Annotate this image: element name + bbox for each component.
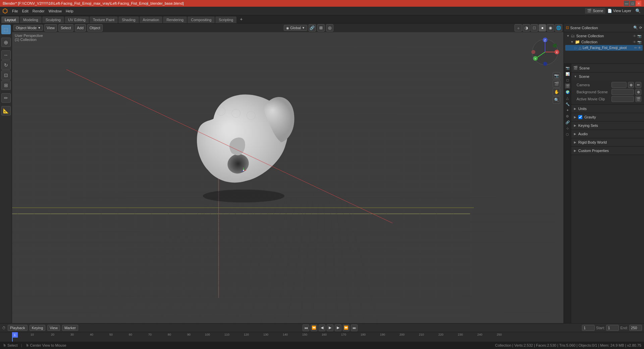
move-tool-button[interactable]: ↔ xyxy=(1,50,11,60)
zoom-tool-button[interactable]: 🔍 xyxy=(553,96,560,104)
snap-button[interactable]: ⊞ xyxy=(317,24,325,32)
prop-icon-object[interactable]: △ xyxy=(565,95,570,101)
scale-tool-button[interactable]: ⊡ xyxy=(1,70,11,80)
viewport-3d[interactable]: Object Mode ▼ View Select Add Object ◉ G… xyxy=(12,23,564,331)
active-workspace-scene[interactable]: 🎬 Scene xyxy=(585,8,605,14)
tab-sculpting[interactable]: Sculpting xyxy=(42,16,64,23)
jump-end-button[interactable]: ⏭ xyxy=(351,325,358,331)
view-camera-button[interactable]: 📷 xyxy=(553,72,560,80)
tab-modeling[interactable]: Modeling xyxy=(20,16,42,23)
tab-uv-editing[interactable]: UV Editing xyxy=(65,16,89,23)
step-forward-button[interactable]: ▶ xyxy=(335,325,341,331)
outliner-mesh-object[interactable]: ▷ △ Left_Facing_Fist_Emoji_pivot ✏ 👁 xyxy=(565,45,643,51)
object-mode-dropdown[interactable]: Object Mode ▼ xyxy=(13,25,43,31)
shading-solid[interactable]: ● xyxy=(539,24,546,32)
maximize-button[interactable]: □ xyxy=(630,1,635,6)
camera-value[interactable] xyxy=(611,82,627,88)
blender-logo: ⬡ xyxy=(1,7,9,15)
gravity-checkbox[interactable] xyxy=(578,115,582,119)
timeline-view-menu-button[interactable]: View xyxy=(47,325,60,331)
annotate-tool-button[interactable]: ✏ xyxy=(1,93,11,103)
tab-animation[interactable]: Animation xyxy=(140,16,163,23)
viewport-object-menu[interactable]: Object xyxy=(87,24,103,32)
playback-menu-button[interactable]: Playback xyxy=(8,325,28,331)
custom-properties-section-header[interactable]: ▶ Custom Properties xyxy=(571,147,644,155)
camera-edit-btn[interactable]: ✏ xyxy=(635,82,641,88)
timeline-header: ⏱ Playback Keying View Marker ⏮ ⏪ ◀ ▶ ▶ … xyxy=(0,323,644,332)
active-movie-clip-value[interactable] xyxy=(611,96,634,102)
menu-edit[interactable]: Edit xyxy=(20,8,31,14)
shading-material[interactable]: ◉ xyxy=(547,24,554,32)
add-workspace-button[interactable]: + xyxy=(237,15,245,23)
global-transform-dropdown[interactable]: ◉ Global ▼ xyxy=(284,25,307,31)
search-button[interactable]: 🔍 xyxy=(633,8,643,14)
shading-rendered[interactable]: 🌐 xyxy=(555,24,562,32)
cursor-tool-button[interactable]: ⊕ xyxy=(1,38,11,47)
scene-section-header[interactable]: ▼ Scene xyxy=(571,72,644,81)
background-scene-value[interactable] xyxy=(611,89,634,95)
menu-file[interactable]: File xyxy=(10,8,20,14)
prev-keyframe-button[interactable]: ⏪ xyxy=(311,325,317,331)
gravity-section-header[interactable]: ▶ Gravity xyxy=(571,113,644,121)
rigid-body-world-section-header[interactable]: ▶ Rigid Body World xyxy=(571,138,644,146)
viewport-add-menu[interactable]: Add xyxy=(75,24,86,32)
select-tool-button[interactable]: ⬚ xyxy=(1,25,11,34)
prop-icon-view-layer[interactable]: ◻ xyxy=(565,77,570,83)
keying-sets-section-header[interactable]: ▶ Keying Sets xyxy=(571,121,644,130)
jump-start-button[interactable]: ⏮ xyxy=(303,325,309,331)
current-frame-input[interactable]: 1 xyxy=(582,325,595,331)
render-preview-button[interactable]: 🎬 xyxy=(553,80,560,88)
prop-icon-world[interactable]: 🌍 xyxy=(565,89,570,95)
viewport-overlay-button[interactable]: ⬦ xyxy=(515,24,522,32)
next-keyframe-button[interactable]: ⏩ xyxy=(343,325,350,331)
tab-texture-paint[interactable]: Texture Paint xyxy=(90,16,118,23)
tab-shading[interactable]: Shading xyxy=(118,16,139,23)
prop-icon-output[interactable]: 📊 xyxy=(565,71,570,77)
outliner-filter-icon[interactable]: 🔍 xyxy=(633,26,638,30)
menu-window[interactable]: Window xyxy=(47,8,64,14)
xray-toggle[interactable]: ◑ xyxy=(523,24,530,32)
viewport-gizmo[interactable]: X Z Y xyxy=(530,37,560,67)
proportional-edit-button[interactable]: ◎ xyxy=(326,24,333,32)
active-view-layer[interactable]: 📄 View Layer xyxy=(605,8,633,14)
play-button[interactable]: ▶ xyxy=(327,325,333,331)
units-section-header[interactable]: ▶ Units xyxy=(571,105,644,113)
prop-icon-data[interactable]: ⊹ xyxy=(565,126,570,131)
prop-icon-modifier[interactable]: 🔧 xyxy=(565,101,570,107)
transform-pivot-button[interactable]: 🔗 xyxy=(309,24,316,32)
movie-clip-pick-btn[interactable]: 🎬 xyxy=(635,96,641,102)
keying-menu-button[interactable]: Keying xyxy=(30,325,46,331)
transform-tool-button[interactable]: ⊞ xyxy=(1,81,11,90)
background-scene-pick-btn[interactable]: ⊕ xyxy=(635,89,641,95)
prop-icon-material[interactable]: ⬡ xyxy=(565,132,570,137)
tab-scripting[interactable]: Scripting xyxy=(215,16,236,23)
end-frame-input[interactable]: 250 xyxy=(629,325,642,331)
tab-compositing[interactable]: Compositing xyxy=(187,16,215,23)
minimize-button[interactable]: — xyxy=(624,1,629,6)
viewport-view-menu[interactable]: View xyxy=(44,24,57,32)
shading-wireframe[interactable]: ⊡ xyxy=(531,24,538,32)
prop-icon-physics[interactable]: ⚙ xyxy=(565,113,570,119)
camera-pick-btn[interactable]: ⊕ xyxy=(628,82,634,88)
marker-menu-button[interactable]: Marker xyxy=(62,325,78,331)
viewport-select-menu[interactable]: Select xyxy=(58,24,73,32)
audio-section-header[interactable]: ▶ Audio xyxy=(571,130,644,138)
prop-icon-render[interactable]: 📷 xyxy=(565,65,570,70)
hand-tool-button[interactable]: ✋ xyxy=(553,88,560,96)
timeline-track[interactable]: 1 10 20 30 40 50 60 70 80 90 100 110 120… xyxy=(0,332,644,342)
step-back-button[interactable]: ◀ xyxy=(319,325,325,331)
outliner-sync-icon[interactable]: ⟳ xyxy=(639,26,642,30)
outliner-collection[interactable]: ▼ 📁 Collection 👁 📷 xyxy=(565,39,643,45)
measure-tool-button[interactable]: 📐 xyxy=(1,106,11,115)
menu-help[interactable]: Help xyxy=(64,8,75,14)
menu-render[interactable]: Render xyxy=(31,8,47,14)
rotate-tool-button[interactable]: ↻ xyxy=(1,60,11,70)
close-button[interactable]: ✕ xyxy=(636,1,641,6)
start-frame-input[interactable]: 1 xyxy=(606,325,619,331)
outliner-scene-collection[interactable]: ▼ 🗂 Scene Collection 👁 📷 xyxy=(565,33,643,39)
prop-icon-constraints[interactable]: 🔗 xyxy=(565,119,570,125)
tab-rendering[interactable]: Rendering xyxy=(163,16,187,23)
tab-layout[interactable]: Layout xyxy=(1,16,19,23)
prop-icon-particles[interactable]: ✦ xyxy=(565,107,570,113)
prop-icon-scene[interactable]: 🎬 xyxy=(565,83,570,89)
